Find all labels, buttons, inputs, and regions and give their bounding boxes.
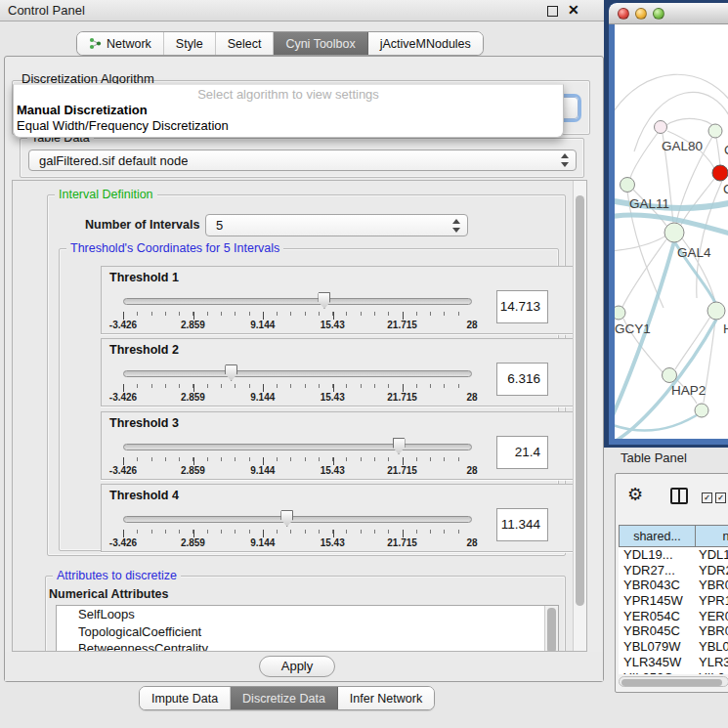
table-data-combobox[interactable]: galFiltered.sif default node	[28, 150, 577, 171]
close-traffic-light[interactable]	[618, 8, 629, 20]
gear-icon[interactable]: ⚙	[627, 484, 643, 505]
threshold-slider[interactable]: -3.4262.8599.14415.4321.71528	[123, 290, 472, 331]
apply-button[interactable]: Apply	[259, 656, 335, 677]
checkbox-icon[interactable]: ✓	[702, 492, 712, 503]
table-row[interactable]: YBL079WYBL0	[619, 639, 728, 655]
tab-style[interactable]: Style	[164, 32, 216, 55]
node-label-gal11: GAL11	[629, 196, 669, 211]
table-row[interactable]: YIL052CYIL0	[619, 670, 728, 675]
slider-track[interactable]	[123, 516, 472, 523]
network-node-hap2[interactable]	[663, 368, 677, 383]
attribute-list-item[interactable]: SelfLoops	[57, 606, 558, 623]
table-row[interactable]: YBR043CYBR0	[619, 578, 728, 593]
close-icon[interactable]: ✕	[568, 2, 579, 18]
settings-vertical-scrollbar[interactable]	[573, 181, 586, 651]
attribute-list-item[interactable]: BetweennessCentrality	[57, 640, 558, 652]
cell-name[interactable]: YLR3	[696, 655, 728, 670]
bottom-tabbar: Impute Data Discretize Data Infer Networ…	[139, 686, 435, 710]
cell-name[interactable]: YDL1	[696, 547, 728, 563]
cell-shared-name[interactable]: YBR045C	[619, 623, 696, 639]
attribute-list-item[interactable]: TopologicalCoefficient	[57, 623, 558, 641]
column-header-name[interactable]: na	[696, 525, 728, 547]
tab-network[interactable]: Network	[77, 32, 164, 55]
tab-select[interactable]: Select	[216, 32, 275, 55]
tab-infer-network[interactable]: Infer Network	[338, 687, 434, 709]
threshold-slider[interactable]: -3.4262.8599.14415.4321.71528	[123, 508, 472, 549]
network-node[interactable]	[695, 404, 708, 417]
attributes-scrollbar[interactable]	[544, 606, 558, 652]
cell-shared-name[interactable]: YPR145W	[619, 593, 696, 609]
network-node-selected[interactable]	[712, 165, 728, 181]
network-node-gal4[interactable]	[664, 223, 684, 242]
popup-option-manual[interactable]: Manual Discretization	[17, 103, 148, 117]
table-horizontal-scrollbar[interactable]	[619, 676, 728, 687]
tick-label: 28	[466, 537, 477, 548]
cell-name[interactable]: YBR0	[696, 623, 728, 639]
tick-label: 21.715	[387, 392, 417, 403]
tab-discretize-data[interactable]: Discretize Data	[231, 687, 338, 709]
cell-shared-name[interactable]: YDR27...	[619, 563, 696, 578]
threshold-slider[interactable]: -3.4262.8599.14415.4321.71528	[123, 436, 472, 477]
slider-thumb[interactable]	[318, 292, 330, 309]
split-columns-icon[interactable]	[670, 488, 688, 504]
slider-major-ticks	[123, 530, 473, 537]
attribute-items: SelfLoopsTopologicalCoefficientBetweenne…	[57, 606, 558, 652]
network-canvas[interactable]: GAL80 G C GAL11 GAL4 GCY1 H HAP2	[615, 24, 728, 439]
tab-jactivemnodules[interactable]: jActiveMNodules	[368, 32, 483, 55]
popup-option-equal-width[interactable]: Equal Width/Frequency Discretization	[17, 118, 229, 133]
slider-track[interactable]	[123, 370, 472, 377]
threshold-value-field[interactable]: 21.4	[496, 436, 548, 469]
cell-name[interactable]: YIL0	[696, 670, 728, 675]
tab-impute-data[interactable]: Impute Data	[140, 687, 231, 709]
threshold-value-field[interactable]: 11.344	[496, 508, 548, 541]
cell-name[interactable]: YER0	[696, 609, 728, 624]
network-node[interactable]	[708, 124, 722, 138]
tick-label: 21.715	[387, 465, 417, 476]
slider-track[interactable]	[123, 298, 472, 305]
cell-name[interactable]: YBR0	[696, 578, 728, 593]
table-toolbar: ⚙ ✓ ✓	[616, 474, 728, 519]
cell-name[interactable]: YBL0	[696, 639, 728, 655]
cell-name[interactable]: YDR2	[696, 563, 728, 578]
scrollbar-thumb[interactable]	[576, 195, 584, 606]
scrollbar-thumb[interactable]	[547, 608, 556, 652]
minimize-traffic-light[interactable]	[635, 8, 647, 20]
network-node-gcy1[interactable]	[615, 306, 625, 320]
popup-hint: Select algorithm to view settings	[14, 87, 563, 102]
cell-shared-name[interactable]: YBL079W	[619, 639, 696, 655]
table-row[interactable]: YBR045CYBR0	[619, 623, 728, 639]
network-node[interactable]	[655, 121, 667, 134]
interval-definition-label: Interval Definition	[55, 188, 157, 201]
cell-shared-name[interactable]: YER054C	[619, 609, 696, 624]
cell-shared-name[interactable]: YLR345W	[619, 655, 696, 670]
threshold-value-field[interactable]: 14.713	[496, 290, 548, 323]
threshold-slider[interactable]: -3.4262.8599.14415.4321.71528	[123, 363, 472, 404]
node-label-partial-h: H	[723, 321, 728, 336]
cell-shared-name[interactable]: YIL052C	[619, 670, 696, 675]
number-of-intervals-combobox[interactable]: 5	[205, 214, 468, 236]
checkbox-icon[interactable]: ✓	[715, 492, 726, 503]
scrollbar-thumb[interactable]	[621, 679, 722, 686]
cell-shared-name[interactable]: YDL19...	[619, 547, 696, 563]
slider-thumb[interactable]	[225, 364, 237, 381]
threshold-value-field[interactable]: 6.316	[496, 363, 548, 396]
table-row[interactable]: YLR345WYLR3	[619, 655, 728, 670]
table-row[interactable]: YER054CYER0	[619, 609, 728, 624]
network-node[interactable]	[621, 178, 635, 193]
tab-cyni-toolbox[interactable]: Cyni Toolbox	[274, 32, 367, 55]
network-node[interactable]	[707, 302, 725, 320]
slider-thumb[interactable]	[393, 438, 406, 454]
table-row[interactable]: YDR27...YDR2	[619, 563, 728, 578]
slider-track[interactable]	[123, 444, 472, 450]
cell-name[interactable]: YPR1	[696, 593, 728, 609]
slider-thumb[interactable]	[280, 510, 293, 527]
zoom-traffic-light[interactable]	[653, 8, 664, 20]
attributes-group: Attributes to discretize Numerical Attri…	[45, 576, 566, 652]
float-window-icon[interactable]	[547, 6, 558, 17]
cell-shared-name[interactable]: YBR043C	[619, 578, 696, 593]
tick-label: 21.715	[387, 537, 417, 548]
table-row[interactable]: YPR145WYPR1	[619, 593, 728, 609]
column-header-shared-name[interactable]: shared...	[619, 525, 696, 547]
attributes-group-label: Attributes to discretize	[53, 569, 181, 582]
table-row[interactable]: YDL19...YDL1	[619, 547, 728, 563]
